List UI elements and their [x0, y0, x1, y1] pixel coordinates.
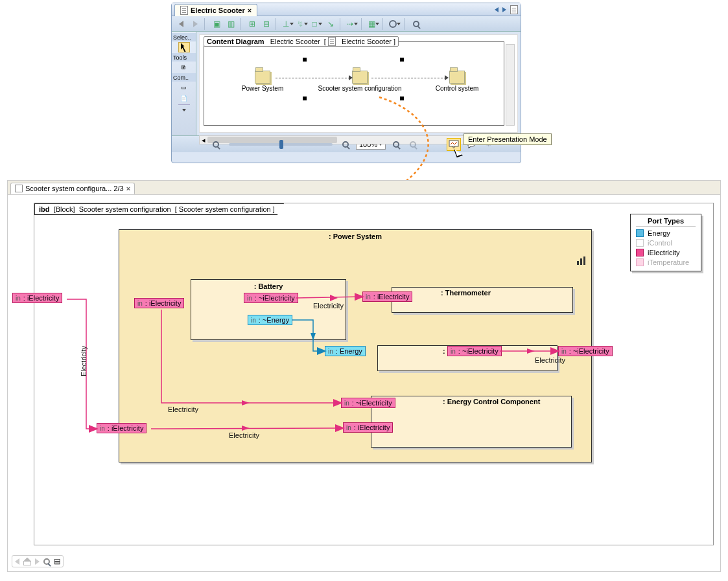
ibd-tab-bar: Scooter system configura... 2/3 ×: [8, 181, 720, 195]
tab-bar-nav: [495, 5, 518, 14]
block-battery[interactable]: : Battery: [191, 279, 346, 340]
block-thermometer[interactable]: : Thermometer: [392, 287, 573, 313]
settings-button[interactable]: [388, 18, 401, 30]
package-control-system[interactable]: Control system: [425, 71, 489, 92]
port-batt-energy-neg[interactable]: in: ~Energy: [248, 315, 292, 325]
port-therm-ielec[interactable]: in: iElectricity: [362, 291, 412, 302]
package-power-system[interactable]: Power System: [230, 71, 295, 92]
prev-tab-button[interactable]: [495, 7, 499, 12]
diagram-canvas[interactable]: Content Diagram Electric Scooter [ Elect…: [199, 34, 518, 133]
tool-doc[interactable]: 📄: [178, 93, 190, 104]
scroll-left[interactable]: ◂: [200, 136, 207, 144]
palette-group-tools[interactable]: Tools: [172, 53, 196, 62]
diagram-breadcrumb: Electric Scooter: [342, 38, 392, 45]
package-scooter-config[interactable]: Scooter system configuration: [314, 71, 405, 92]
svg-rect-2: [577, 261, 579, 265]
palette-group-common[interactable]: Com..: [172, 73, 196, 82]
port-batt-ielec-neg[interactable]: in: ~iElectricity: [244, 293, 298, 303]
nav-home-button[interactable]: [23, 558, 31, 565]
port-ecc-ielec-neg[interactable]: in: ~iElectricity: [341, 398, 395, 408]
tab-close-button[interactable]: ×: [126, 185, 130, 192]
port-ecc-ielec[interactable]: in: iElectricity: [343, 422, 393, 433]
tool-btn-4[interactable]: ⊟: [260, 18, 273, 30]
ibd-canvas[interactable]: ibd [Block] Scooter system configuration…: [34, 203, 714, 545]
back-button[interactable]: [174, 18, 187, 30]
diagram-toolbar: ▣ ▥ ⊞ ⊟ ⊥ ↯ □ ↘ ⇢ ▦: [172, 16, 521, 32]
frame-name: Scooter system configuration: [79, 205, 171, 213]
zoom-reset-icon: [410, 141, 416, 148]
zoom-fit-icon: [393, 141, 399, 148]
zoom-slider-thumb[interactable]: [279, 140, 283, 149]
nav-forward-button[interactable]: [35, 558, 40, 565]
block-title: : Battery: [191, 280, 346, 293]
scroll-thumb[interactable]: [207, 137, 337, 143]
vertical-scrollbar[interactable]: [506, 44, 515, 126]
package-label: Scooter system configuration: [314, 85, 405, 92]
port-dist-ielec-neg[interactable]: in: ~iElectricity: [447, 346, 502, 356]
next-tab-button[interactable]: [502, 7, 506, 12]
arrow-icon: [349, 75, 353, 80]
port-dist-energy[interactable]: in: Energy: [325, 346, 366, 356]
route-button[interactable]: ↯: [296, 18, 309, 30]
nav-list-button[interactable]: ▤: [54, 557, 60, 565]
tool-block[interactable]: ▭: [178, 82, 190, 93]
palette-group-selection[interactable]: Selec..: [172, 33, 196, 41]
nav-back-button[interactable]: [15, 558, 19, 565]
tab-scooter-config[interactable]: Scooter system configura... 2/3 ×: [10, 183, 135, 194]
port-ext-ielec[interactable]: in: iElectricity: [12, 293, 62, 303]
tool-btn-1[interactable]: ▣: [210, 18, 223, 30]
tab-list-button[interactable]: [510, 5, 518, 14]
port-ps-right-ielec-neg[interactable]: in: ~iElectricity: [558, 346, 613, 356]
edge-label-electricity: Electricity: [80, 346, 88, 376]
port-ps-bottom-ielec[interactable]: in: iElectricity: [97, 423, 147, 433]
editor-tab-bar: Electric Scooter ×: [172, 3, 521, 16]
selection-tool[interactable]: [178, 42, 190, 52]
tool-btn-3[interactable]: ⊞: [246, 18, 259, 30]
svg-rect-3: [580, 258, 582, 265]
ibd-diagram-window: Scooter system configura... 2/3 × ibd [B…: [7, 180, 721, 572]
selection-handle[interactable]: [303, 97, 307, 100]
diagram-frame: Power System Scooter system configuratio…: [204, 41, 504, 126]
forward-button[interactable]: [189, 18, 202, 30]
tooltip: Enter Presentation Mode: [464, 133, 552, 145]
port-ps-ielec[interactable]: in: iElectricity: [134, 298, 184, 308]
tab-close-button[interactable]: ×: [248, 6, 252, 14]
align-button[interactable]: □: [310, 18, 323, 30]
zoom-reset-button[interactable]: [406, 139, 419, 150]
search-icon: [413, 21, 419, 27]
diagram-frame-header: Content Diagram Electric Scooter [ Elect…: [204, 36, 399, 47]
tree-layout-button[interactable]: ⊥: [281, 18, 294, 30]
package-icon: [449, 71, 465, 84]
toolbar-separator: [276, 18, 279, 30]
frame-context: Scooter system configuration: [179, 205, 271, 213]
tab-title: Scooter system configura... 2/3: [25, 185, 124, 192]
dependency-2: [371, 78, 446, 78]
palette-expand[interactable]: [178, 104, 190, 115]
block-decorator-icon: [576, 256, 587, 266]
zoom-slider[interactable]: [229, 143, 333, 146]
nav-search-button[interactable]: [43, 558, 50, 565]
legend-item-icontrol: iControl: [636, 239, 696, 247]
selection-handle[interactable]: [303, 58, 307, 62]
selection-handle[interactable]: [400, 97, 404, 100]
grid-button[interactable]: ▦: [367, 18, 380, 30]
selection-handle[interactable]: [400, 58, 404, 62]
legend-port-types: Port Types Energy iControl iElectricity …: [630, 214, 701, 271]
diagram-kind: Content Diagram: [207, 38, 264, 45]
relation-button[interactable]: ⇢: [346, 18, 358, 30]
block-ecc[interactable]: : Energy Control Component: [371, 396, 572, 448]
frame-meta: [Block]: [54, 205, 75, 213]
legend-item-itemperature: iTemperature: [636, 258, 696, 266]
path-button[interactable]: ↘: [324, 18, 337, 30]
tool-btn-2[interactable]: ▥: [224, 18, 237, 30]
edge-label-electricity: Electricity: [535, 356, 565, 364]
zoom-in-icon: [342, 141, 349, 148]
edge-label-electricity: Electricity: [313, 302, 344, 310]
toolbar-separator: [240, 18, 243, 30]
search-button[interactable]: [410, 18, 423, 30]
package-icon: [255, 71, 270, 84]
tool-note[interactable]: 🗎: [178, 62, 190, 73]
tab-electric-scooter[interactable]: Electric Scooter ×: [174, 4, 257, 16]
document-icon: [328, 37, 336, 46]
toolbar-separator: [382, 18, 386, 30]
